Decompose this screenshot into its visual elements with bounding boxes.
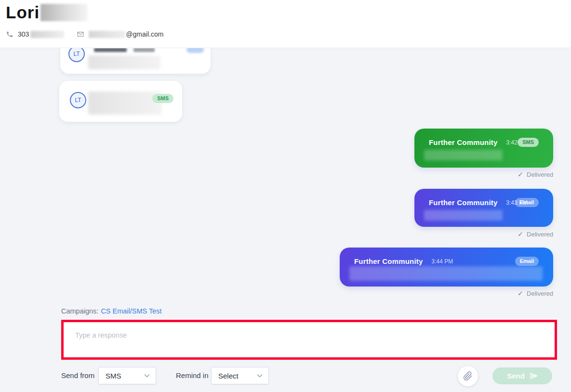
redacted-contact-surname xyxy=(40,4,88,21)
outgoing-message-bubble-email: Further Community 3:44 PM Email xyxy=(340,248,553,287)
incoming-message-card: LT SMS xyxy=(59,81,182,122)
channel-badge-email: Email xyxy=(515,198,539,207)
redacted-sender-name xyxy=(94,48,127,52)
delivery-status: ✓ Delivered xyxy=(495,289,553,297)
delivery-status-label: Delivered xyxy=(527,231,553,238)
contact-name: Lori xyxy=(6,3,40,22)
checkmark-icon: ✓ xyxy=(518,289,523,297)
message-time: 3:44 PM xyxy=(432,258,453,265)
delivery-status: ✓ Delivered xyxy=(495,170,553,178)
redacted-timestamp xyxy=(133,48,155,52)
redacted-message-body xyxy=(88,55,160,69)
redacted-message-body xyxy=(349,266,543,281)
delivery-status-label: Delivered xyxy=(527,290,553,297)
message-sender: Further Community xyxy=(429,198,498,207)
channel-badge-sms: SMS xyxy=(518,138,539,147)
contact-phone: 303 xyxy=(18,30,29,38)
redacted-phone-number xyxy=(30,31,64,38)
redacted-message-body xyxy=(424,150,503,160)
contact-email-domain: @gmail.com xyxy=(126,30,163,38)
redacted-message-body xyxy=(424,210,503,221)
contact-header: Lori 303 @gmail.com xyxy=(0,0,571,48)
checkmark-icon: ✓ xyxy=(518,230,523,238)
outgoing-message-bubble-email: Further Community 3:43 PM Email xyxy=(414,189,553,227)
message-sender: Further Community xyxy=(354,257,423,265)
avatar: LT xyxy=(70,92,86,108)
conversation-thread: LT LT SMS Further Community 3:42 PM SMS … xyxy=(0,0,571,392)
checkmark-icon: ✓ xyxy=(518,170,523,178)
redacted-email-local-part xyxy=(89,31,125,38)
envelope-icon xyxy=(77,30,84,38)
delivery-status-label: Delivered xyxy=(527,171,553,178)
redacted-message-body xyxy=(88,91,161,115)
delivery-status: ✓ Delivered xyxy=(495,230,553,238)
channel-badge-email: Email xyxy=(515,257,539,266)
outgoing-message-bubble-sms: Further Community 3:42 PM SMS xyxy=(414,129,553,168)
avatar: LT xyxy=(68,46,85,62)
message-sender: Further Community xyxy=(429,138,498,146)
channel-badge-sms: SMS xyxy=(152,94,173,103)
phone-icon xyxy=(6,30,13,38)
